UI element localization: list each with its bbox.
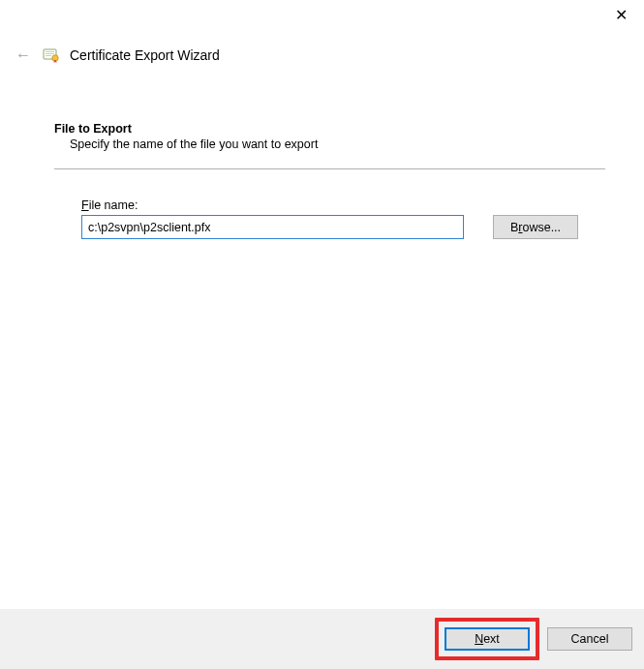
browse-button[interactable]: Browse... [493, 215, 578, 239]
cancel-button[interactable]: Cancel [547, 627, 632, 651]
file-name-input[interactable] [81, 215, 464, 239]
page-heading: File to Export [54, 122, 605, 136]
wizard-title: Certificate Export Wizard [70, 47, 220, 63]
certificate-icon [43, 46, 60, 64]
close-icon[interactable]: ✕ [611, 6, 630, 24]
wizard-header: ← Certificate Export Wizard [0, 29, 644, 74]
next-highlight: Next [435, 618, 539, 660]
footer-bar: Next Cancel [0, 609, 644, 669]
svg-rect-1 [46, 51, 54, 52]
page-subheading: Specify the name of the file you want to… [54, 137, 605, 151]
svg-rect-3 [46, 55, 51, 56]
file-name-label: File name: [81, 198, 605, 212]
svg-rect-2 [46, 53, 54, 54]
next-button[interactable]: Next [445, 627, 530, 651]
back-arrow-icon: ← [14, 46, 33, 64]
